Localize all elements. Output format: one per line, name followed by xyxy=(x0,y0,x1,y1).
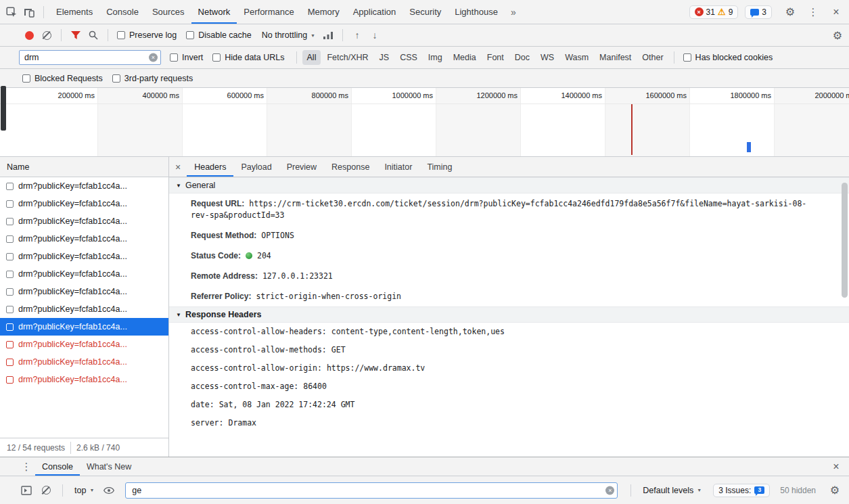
live-expression-button[interactable] xyxy=(100,482,118,499)
has-blocked-cookies-checkbox[interactable]: Has blocked cookies xyxy=(683,53,773,62)
invert-checkbox[interactable]: Invert xyxy=(170,53,203,62)
timeline-column: 1200000 ms xyxy=(436,88,521,156)
clear-filter-icon[interactable]: × xyxy=(149,53,158,62)
divider xyxy=(630,484,631,497)
request-row[interactable]: drm?publicKey=fcfab1cc4a... xyxy=(0,230,168,248)
filter-pill-label: CSS xyxy=(400,53,417,62)
filter-pill[interactable]: All xyxy=(302,50,321,65)
file-icon xyxy=(6,253,14,260)
filter-pill[interactable]: WS xyxy=(536,50,559,65)
panel-tab-label: Console xyxy=(106,7,139,17)
request-row[interactable]: drm?publicKey=fcfab1cc4a... xyxy=(0,336,168,353)
network-conditions-button[interactable] xyxy=(319,26,337,44)
details-tab[interactable]: Preview xyxy=(279,157,324,177)
blocked-requests-checkbox[interactable]: Blocked Requests xyxy=(22,74,103,83)
vertical-scrollbar-thumb[interactable] xyxy=(1,86,6,131)
more-tabs-icon[interactable]: » xyxy=(505,7,522,18)
hidden-messages-count: 50 hidden xyxy=(780,486,816,495)
export-har-icon[interactable]: ↓ xyxy=(366,26,384,44)
filter-pill[interactable]: Doc xyxy=(510,50,534,65)
details-tab[interactable]: Headers xyxy=(187,157,233,177)
panel-tab[interactable]: Sources xyxy=(145,0,191,24)
response-headers-section-header[interactable]: ▼ Response Headers xyxy=(169,306,849,323)
clear-console-button[interactable] xyxy=(37,482,55,499)
request-row[interactable]: drm?publicKey=fcfab1cc4a... xyxy=(0,177,168,195)
close-devtools-icon[interactable]: × xyxy=(827,3,845,21)
panel-tab[interactable]: Memory xyxy=(301,0,346,24)
record-network-log-button[interactable] xyxy=(20,26,38,44)
request-row[interactable]: drm?publicKey=fcfab1cc4a... xyxy=(0,248,168,265)
console-settings-gear-icon[interactable]: ⚙ xyxy=(826,482,844,499)
filter-toggle-button[interactable] xyxy=(67,26,85,44)
settings-gear-icon[interactable]: ⚙ xyxy=(781,3,799,21)
device-toolbar-icon[interactable] xyxy=(20,3,38,21)
filter-pill[interactable]: Fetch/XHR xyxy=(322,50,373,65)
details-tab[interactable]: Timing xyxy=(419,157,459,177)
details-tab[interactable]: Payload xyxy=(233,157,279,177)
preserve-log-checkbox[interactable]: Preserve log xyxy=(117,30,177,40)
filter-pill[interactable]: Wasm xyxy=(560,50,593,65)
request-name: drm?publicKey=fcfab1cc4a... xyxy=(18,216,127,226)
log-levels-select[interactable]: Default levels ▼ xyxy=(639,486,706,495)
request-row[interactable]: drm?publicKey=fcfab1cc4a... xyxy=(0,371,168,388)
javascript-context-select[interactable]: top ▼ xyxy=(70,486,98,495)
request-row[interactable]: drm?publicKey=fcfab1cc4a... xyxy=(0,283,168,300)
drawer-tab[interactable]: What's New xyxy=(80,457,138,476)
filter-pill[interactable]: Other xyxy=(637,50,668,65)
network-settings-gear-icon[interactable]: ⚙ xyxy=(829,26,846,44)
request-row[interactable]: drm?publicKey=fcfab1cc4a... xyxy=(0,300,168,318)
network-overview-timeline[interactable]: 200000 ms 400000 ms 600000 ms 800000 ms … xyxy=(0,88,849,157)
close-details-icon[interactable]: × xyxy=(169,162,187,173)
clear-console-filter-icon[interactable]: × xyxy=(605,486,614,495)
filter-pill-label: All xyxy=(307,53,317,62)
header-value: 86400 xyxy=(303,382,327,391)
throttling-select[interactable]: No throttling ▼ xyxy=(258,30,319,40)
console-sidebar-icon xyxy=(21,486,32,495)
scrollbar-thumb[interactable] xyxy=(842,183,848,298)
import-har-icon[interactable]: ↑ xyxy=(348,26,366,44)
hide-data-urls-checkbox[interactable]: Hide data URLs xyxy=(212,53,284,62)
preserve-log-label: Preserve log xyxy=(129,30,177,40)
inspect-element-icon[interactable] xyxy=(3,3,20,21)
panel-tab[interactable]: Security xyxy=(403,0,448,24)
clear-network-log-button[interactable] xyxy=(38,26,55,44)
request-row[interactable]: drm?publicKey=fcfab1cc4a... xyxy=(0,318,168,336)
drawer-tab[interactable]: Console xyxy=(35,457,80,476)
filter-pill[interactable]: Media xyxy=(449,50,481,65)
error-warning-badge[interactable]: × 31 ⚠ 9 xyxy=(689,5,739,19)
issues-count: 3 xyxy=(762,7,766,17)
issues-badge[interactable]: 3 xyxy=(745,5,772,19)
filter-pill[interactable]: Img xyxy=(423,50,447,65)
network-filter-bar-2: Blocked Requests 3rd-party requests xyxy=(0,69,849,88)
request-row[interactable]: drm?publicKey=fcfab1cc4a... xyxy=(0,353,168,371)
panel-tab[interactable]: Performance xyxy=(237,0,300,24)
disable-cache-checkbox[interactable]: Disable cache xyxy=(186,30,252,40)
panel-tab[interactable]: Application xyxy=(346,0,403,24)
request-row[interactable]: drm?publicKey=fcfab1cc4a... xyxy=(0,195,168,212)
drawer-menu-icon[interactable]: ⋮ xyxy=(18,458,35,476)
filter-pill[interactable]: Font xyxy=(482,50,509,65)
request-count: 12 / 54 requests xyxy=(7,443,65,453)
kebab-menu-icon[interactable]: ⋮ xyxy=(804,3,822,21)
general-section-header[interactable]: ▼ General xyxy=(169,177,849,193)
details-tab[interactable]: Initiator xyxy=(377,157,419,177)
panel-tab[interactable]: Elements xyxy=(49,0,99,24)
filter-pill[interactable]: Manifest xyxy=(595,50,636,65)
request-row[interactable]: drm?publicKey=fcfab1cc4a... xyxy=(0,265,168,283)
filter-pill[interactable]: CSS xyxy=(395,50,422,65)
details-tab[interactable]: Response xyxy=(324,157,377,177)
filter-pill[interactable]: JS xyxy=(375,50,394,65)
panel-tab[interactable]: Network xyxy=(191,0,237,24)
panel-tab[interactable]: Console xyxy=(99,0,145,24)
console-sidebar-button[interactable] xyxy=(18,482,35,499)
name-column-header[interactable]: Name xyxy=(0,157,168,177)
filter-input[interactable] xyxy=(19,50,161,65)
request-row[interactable]: drm?publicKey=fcfab1cc4a... xyxy=(0,212,168,230)
console-filter-input[interactable] xyxy=(125,482,618,499)
panel-tab[interactable]: Lighthouse xyxy=(448,0,505,24)
file-icon xyxy=(6,359,14,366)
third-party-requests-checkbox[interactable]: 3rd-party requests xyxy=(112,74,193,83)
search-button[interactable] xyxy=(85,26,102,44)
close-drawer-icon[interactable]: × xyxy=(827,458,845,476)
issues-counter[interactable]: 3 Issues: 3 xyxy=(713,484,770,497)
